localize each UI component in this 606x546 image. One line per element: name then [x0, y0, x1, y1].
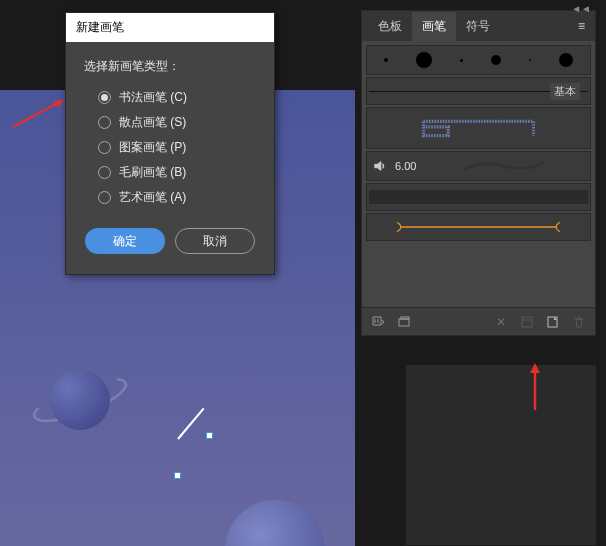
radio-label: 图案画笔 (P)	[119, 139, 186, 156]
speaker-icon	[373, 159, 387, 173]
panel-collapse-icon[interactable]: ◄◄	[571, 3, 591, 14]
radio-scatter[interactable]: 散点画笔 (S)	[98, 110, 256, 135]
panel-empty	[362, 247, 595, 307]
library-menu-icon[interactable]	[370, 314, 386, 330]
pattern-icon	[369, 117, 588, 139]
radio-label: 艺术画笔 (A)	[119, 189, 186, 206]
brush-preset-wavy[interactable]: 6.00	[366, 151, 591, 181]
brush-preset-border[interactable]	[366, 107, 591, 149]
anchor-point-1[interactable]	[206, 432, 213, 439]
libraries-icon[interactable]	[396, 314, 412, 330]
dot-icon	[416, 52, 432, 68]
new-brush-icon[interactable]	[545, 314, 561, 330]
radio-label: 散点画笔 (S)	[119, 114, 186, 131]
radio-icon	[98, 91, 111, 104]
svg-rect-4	[548, 317, 557, 327]
cancel-button[interactable]: 取消	[175, 228, 255, 254]
brush-preset-basic[interactable]: 基本	[366, 77, 591, 105]
rough-stroke-icon	[369, 190, 588, 204]
radio-art[interactable]: 艺术画笔 (A)	[98, 185, 256, 210]
radio-label: 书法画笔 (C)	[119, 89, 187, 106]
dot-icon	[529, 59, 531, 61]
dock-strip	[406, 365, 596, 545]
brush-preset-orange[interactable]	[366, 213, 591, 241]
brush-preset-rough[interactable]	[366, 183, 591, 211]
svg-rect-1	[401, 317, 409, 319]
radio-icon	[98, 166, 111, 179]
tab-brushes[interactable]: 画笔	[412, 12, 456, 41]
options-icon[interactable]	[519, 314, 535, 330]
radio-label: 毛刷画笔 (B)	[119, 164, 186, 181]
radio-icon	[98, 191, 111, 204]
wavy-stroke-icon	[424, 160, 584, 172]
dot-icon	[559, 53, 573, 67]
orange-stroke-icon	[369, 219, 588, 235]
radio-icon	[98, 116, 111, 129]
dot-icon	[491, 55, 501, 65]
planet-large	[225, 500, 325, 546]
radio-icon	[98, 141, 111, 154]
dot-icon	[460, 59, 463, 62]
radio-bristle[interactable]: 毛刷画笔 (B)	[98, 160, 256, 185]
new-brush-dialog: 新建画笔 选择新画笔类型： 书法画笔 (C) 散点画笔 (S) 图案画笔 (P)…	[65, 12, 275, 275]
tab-swatches[interactable]: 色板	[368, 12, 412, 41]
planet-small	[50, 370, 110, 430]
brush-size-value: 6.00	[395, 160, 416, 172]
brushes-panel: ◄◄ 色板 画笔 符号 ≡ 基本	[361, 10, 596, 336]
dialog-title: 新建画笔	[66, 13, 274, 42]
delete-icon[interactable]	[571, 314, 587, 330]
radio-calligraphy[interactable]: 书法画笔 (C)	[98, 85, 256, 110]
annotation-arrow-2	[525, 355, 545, 415]
basic-label: 基本	[550, 83, 580, 100]
panel-menu-icon[interactable]: ≡	[574, 15, 589, 37]
radio-pattern[interactable]: 图案画笔 (P)	[98, 135, 256, 160]
brush-preset-dots[interactable]	[366, 45, 591, 75]
path-segment[interactable]	[177, 408, 204, 440]
ok-button[interactable]: 确定	[85, 228, 165, 254]
anchor-point-2[interactable]	[174, 472, 181, 479]
dot-icon	[384, 58, 388, 62]
svg-rect-0	[399, 319, 409, 326]
svg-rect-2	[522, 317, 532, 327]
tab-symbols[interactable]: 符号	[456, 12, 500, 41]
remove-stroke-icon[interactable]: ✕	[493, 314, 509, 330]
type-label: 选择新画笔类型：	[84, 58, 256, 75]
